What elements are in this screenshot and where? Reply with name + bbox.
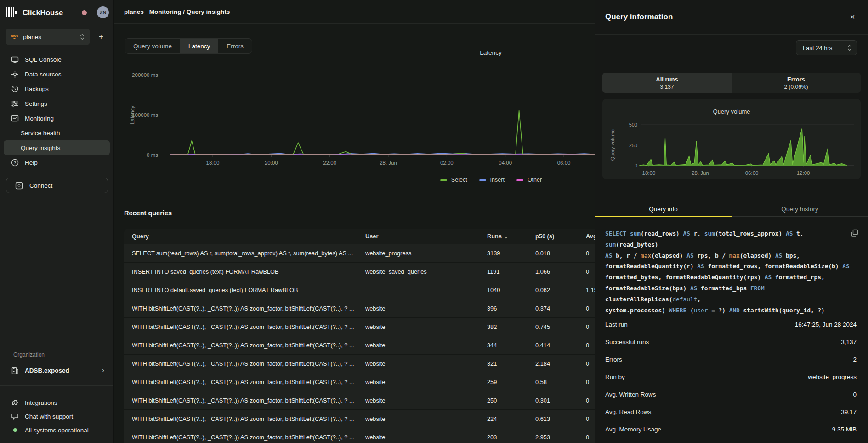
p50-cell: 0.58 [535, 379, 586, 385]
chevron-updown-icon [847, 45, 852, 51]
summary-tab-errors[interactable]: Errors2 (0.06%) [732, 73, 861, 93]
copy-icon[interactable] [851, 229, 859, 237]
legend-label: Other [528, 177, 542, 183]
sidebar-nav: SQL ConsoleData sourcesBackupsSettingsMo… [4, 52, 110, 170]
connect-label: Connect [29, 182, 52, 189]
runs-cell: 1040 [487, 287, 535, 293]
svg-text:0 ms: 0 ms [147, 152, 158, 158]
sidebar-item-integrations[interactable]: Integrations [4, 396, 110, 409]
puzzle-icon [11, 399, 19, 407]
stat-row-avg-written-rows: Avg. Written Rows0 [605, 385, 857, 403]
stat-value: 0 [853, 391, 857, 398]
sidebar-item-help[interactable]: ?Help [4, 155, 110, 170]
column-header-label: User [365, 233, 378, 240]
query-volume-card: Query volume0250500Query volume18:0028. … [602, 99, 861, 179]
sidebar: ClickHouse ZN aws⌣ planes + SQL ConsoleD… [0, 0, 114, 443]
tab-query-history[interactable]: Query history [732, 201, 868, 216]
svg-text:18:00: 18:00 [206, 160, 220, 166]
sidebar-item-data-sources[interactable]: Data sources [4, 67, 110, 81]
stat-value: 16:47:25, Jun 28 2024 [795, 321, 857, 328]
sidebar-item-monitoring[interactable]: Monitoring [4, 111, 110, 126]
column-header-user[interactable]: User [365, 233, 487, 240]
query-information-panel: Query information ✕ Last 24 hrs All runs… [595, 0, 868, 443]
status-green-dot [11, 426, 19, 434]
svg-text:Latency: Latency [480, 49, 502, 56]
stat-row-avg-read-rows: Avg. Read Rows39.17 [605, 403, 857, 420]
svg-text:12:00: 12:00 [797, 170, 810, 176]
sidebar-item-all-systems-operational[interactable]: All systems operational [4, 423, 110, 437]
sidebar-item-label: Backups [25, 86, 49, 92]
svg-text:28. Jun: 28. Jun [380, 160, 397, 166]
sidebar-item-sql-console[interactable]: SQL Console [4, 52, 110, 67]
sidebar-item-backups[interactable]: Backups [4, 81, 110, 96]
svg-text:200000 ms: 200000 ms [132, 72, 158, 78]
column-header-runs[interactable]: Runs⌄ [487, 233, 535, 240]
panel-title: Query information [605, 12, 846, 22]
p50-cell: 0.062 [535, 287, 586, 293]
query-volume-chart: Query volume0250500Query volume18:0028. … [602, 99, 861, 179]
legend-swatch [516, 179, 523, 181]
legend-item-select[interactable]: Select [440, 177, 467, 183]
stat-label: Avg. Memory Usage [605, 426, 661, 433]
sidebar-divider [0, 385, 113, 386]
sidebar-item-chat-with-support[interactable]: Chat with support [4, 409, 110, 423]
svg-text:06:00: 06:00 [745, 170, 759, 176]
column-header-label: p50 (s) [535, 233, 554, 240]
stat-value: 9.35 MiB [832, 426, 857, 433]
runs-cell: 396 [487, 305, 535, 312]
query-cell: WITH bitShiftLeft(CAST(?..), _CAST(?..))… [132, 360, 365, 367]
query-cell: INSERT INTO default.saved_queries (text)… [132, 287, 365, 293]
runs-cell: 321 [487, 360, 535, 367]
sidebar-item-label: Service health [21, 130, 60, 137]
sidebar-item-service-health[interactable]: Service health [4, 126, 110, 140]
sort-chevron-icon: ⌄ [504, 234, 508, 239]
service-row: aws⌣ planes + [6, 29, 109, 45]
summary-tab-all-runs[interactable]: All runs3,137 [602, 73, 732, 93]
column-header-p50-s-[interactable]: p50 (s) [535, 233, 586, 240]
sidebar-item-query-insights[interactable]: Query insights [4, 140, 110, 155]
query-cell: WITH bitShiftLeft(CAST(?..), _CAST(?..))… [132, 379, 365, 385]
query-cell: WITH bitShiftLeft(CAST(?..), _CAST(?..))… [132, 305, 365, 312]
time-range-selector[interactable]: Last 24 hrs [796, 40, 857, 55]
legend-item-other[interactable]: Other [516, 177, 542, 183]
add-service-button[interactable]: + [96, 31, 107, 42]
sql-code: SELECT sum(read_rows) AS r, sum(total_ro… [605, 228, 857, 316]
svg-text:28. Jun: 28. Jun [692, 170, 709, 176]
svg-text:100000 ms: 100000 ms [132, 112, 158, 118]
connect-button[interactable]: Connect [6, 178, 108, 193]
connect-icon [15, 182, 23, 190]
close-icon[interactable]: ✕ [846, 11, 859, 23]
sidebar-item-label: Chat with support [25, 413, 73, 420]
sidebar-item-label: Query insights [21, 144, 60, 151]
brand-row: ClickHouse ZN [6, 5, 109, 20]
user-avatar[interactable]: ZN [97, 6, 109, 18]
sidebar-footer: IntegrationsChat with supportAll systems… [4, 396, 110, 437]
legend-item-insert[interactable]: Insert [479, 177, 505, 183]
clickhouse-logo-icon [6, 7, 18, 17]
organization-switcher[interactable]: ADSB.exposed › [4, 362, 110, 378]
stat-label: Run by [605, 374, 625, 380]
p50-cell: 1.066 [535, 268, 586, 275]
sidebar-item-settings[interactable]: Settings [4, 96, 110, 111]
user-cell: website [365, 342, 487, 349]
organization-heading: Organization [13, 351, 45, 358]
sidebar-item-label: Integrations [25, 399, 57, 406]
column-header-query[interactable]: Query [132, 233, 365, 240]
stat-value: 39.17 [841, 408, 857, 415]
service-selector[interactable]: aws⌣ planes [6, 29, 90, 45]
tab-query-info[interactable]: Query info [595, 201, 732, 216]
p50-cell: 0.414 [535, 342, 586, 349]
summary-tab-value: 3,137 [660, 84, 674, 90]
organization-icon [11, 367, 19, 374]
legend-label: Insert [490, 177, 505, 183]
summary-tab-label: All runs [656, 76, 678, 83]
panel-header: Query information ✕ [595, 0, 868, 35]
stat-row-avg-memory-usage: Avg. Memory Usage9.35 MiB [605, 420, 857, 438]
stat-label: Avg. Written Rows [605, 391, 656, 398]
legend-swatch [479, 179, 486, 181]
runs-cell: 203 [487, 434, 535, 441]
stat-label: Last run [605, 321, 628, 328]
legend-swatch [440, 179, 447, 181]
query-cell: INSERT INTO saved_queries (text) FORMAT … [132, 268, 365, 275]
data-sources-icon [11, 70, 19, 78]
